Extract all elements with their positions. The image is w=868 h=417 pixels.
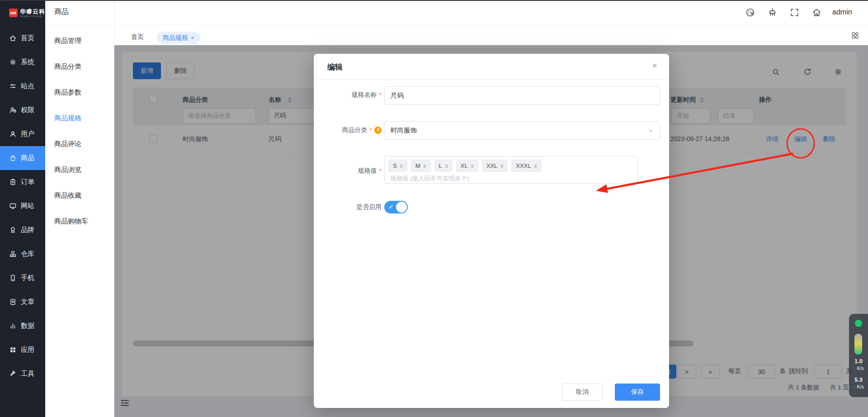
required-asterisk: * — [370, 127, 372, 134]
tag-label: L — [439, 162, 442, 169]
sidebar-item-label: 工具 — [21, 370, 34, 378]
network-speed-widget: 1.0 ↑ K/s 5.3 ↓ K/s — [849, 314, 868, 397]
sidebar-item-权限[interactable]: 权限 — [0, 98, 45, 122]
tag-close-icon[interactable]: x — [534, 163, 537, 169]
submenu-item-商品评论[interactable]: 商品评论 — [45, 131, 114, 157]
tab-home[interactable]: 首页 — [131, 33, 144, 41]
tab-product-spec[interactable]: 商品规格 × — [157, 32, 200, 44]
phone-icon — [9, 274, 17, 282]
current-user[interactable]: admin — [832, 8, 852, 16]
primary-nav: 首页系统站点权限用户商品订单网站品牌仓库手机文章数据应用工具 — [0, 26, 45, 386]
tag-list: SxMxLxXLxXXLxXXXLx — [388, 160, 541, 172]
bar-chart-icon — [9, 322, 17, 330]
tab-options-grid-icon[interactable] — [851, 31, 859, 40]
sidebar-item-label: 应用 — [21, 346, 34, 354]
secondary-nav: 商品管理商品分类商品参数商品规格商品评论商品浏览商品收藏商品购物车 — [45, 28, 114, 234]
spec-values-input[interactable]: SxMxLxXLxXXLxXXXLx 规格值 (输入回车可实现多个) — [384, 156, 638, 184]
tag-label: XXXL — [516, 162, 531, 169]
sidebar-item-用户[interactable]: 用户 — [0, 122, 45, 146]
sidebar-item-品牌[interactable]: 品牌 — [0, 218, 45, 242]
sidebar-item-文章[interactable]: 文章 — [0, 290, 45, 314]
gear-icon — [9, 58, 17, 66]
submenu-item-商品购物车[interactable]: 商品购物车 — [45, 208, 114, 234]
submenu-item-商品规格[interactable]: 商品规格 — [45, 105, 114, 131]
app-grid-icon — [9, 346, 17, 354]
spec-value-tag: Sx — [388, 160, 407, 172]
sidebar-item-手机[interactable]: 手机 — [0, 266, 45, 290]
spec-values-placeholder: 规格值 (输入回车可实现多个) — [390, 175, 469, 183]
document-icon — [9, 298, 17, 306]
sidebar-item-label: 品牌 — [21, 226, 34, 234]
dialog-close-icon[interactable]: × — [652, 61, 657, 71]
divider — [314, 79, 669, 80]
spec-name-input[interactable]: 尺码 — [384, 86, 660, 105]
enabled-label: 是否启用 — [314, 203, 382, 211]
home-icon[interactable] — [811, 7, 822, 18]
submenu-item-商品分类[interactable]: 商品分类 — [45, 54, 114, 80]
submenu-item-商品收藏[interactable]: 商品收藏 — [45, 183, 114, 208]
user-lock-icon — [9, 106, 17, 114]
check-icon: ✓ — [388, 203, 394, 210]
tab-label: 商品规格 — [163, 34, 188, 42]
edit-dialog: 编辑 × 规格名称 * 尺码 商品分类 * ? 时尚服饰 规格值 * SxMxL… — [314, 54, 669, 408]
tag-close-icon[interactable]: x — [471, 163, 474, 169]
home-icon — [9, 34, 17, 42]
submenu-item-商品参数[interactable]: 商品参数 — [45, 80, 114, 105]
spec-name-label: 规格名称 * — [314, 91, 382, 99]
sidebar-item-站点[interactable]: 站点 — [0, 74, 45, 98]
upload-speed: 1.0 — [849, 358, 868, 365]
monitor-icon — [9, 202, 17, 210]
sidebar-item-仓库[interactable]: 仓库 — [0, 242, 45, 266]
sidebar-item-工具[interactable]: 工具 — [0, 362, 45, 386]
chevron-down-icon — [647, 127, 654, 134]
sidebar-item-label: 权限 — [21, 106, 34, 114]
save-button[interactable]: 保存 — [615, 384, 660, 401]
down-arrow-icon: ↓ — [853, 384, 855, 389]
brand-logo[interactable]: HR 华睿云科 HUARUIYUNKE — [0, 0, 45, 26]
sidebar-item-应用[interactable]: 应用 — [0, 338, 45, 362]
required-asterisk: * — [379, 167, 382, 175]
tag-label: M — [415, 162, 420, 169]
brand-logo-icon: HR — [9, 9, 18, 17]
category-select[interactable]: 时尚服饰 — [384, 121, 660, 140]
sidebar-item-订单[interactable]: 订单 — [0, 170, 45, 194]
cancel-button[interactable]: 取消 — [562, 384, 603, 401]
spec-value-tag: XXXLx — [511, 160, 541, 172]
sidebar-item-商品[interactable]: 商品 — [0, 146, 45, 170]
sidebar-item-label: 订单 — [21, 178, 34, 186]
help-icon[interactable]: ? — [374, 127, 382, 134]
sidebar-item-label: 文章 — [21, 298, 34, 306]
sidebar-item-网站[interactable]: 网站 — [0, 194, 45, 218]
divider — [45, 25, 114, 26]
download-unit: ↓ K/s — [849, 384, 868, 389]
wrench-icon — [9, 370, 17, 378]
tab-close-icon[interactable]: × — [191, 34, 194, 41]
sidebar-item-label: 手机 — [21, 274, 34, 282]
secondary-sidebar: 商品 商品管理商品分类商品参数商品规格商品评论商品浏览商品收藏商品购物车 — [45, 0, 114, 417]
submenu-item-商品浏览[interactable]: 商品浏览 — [45, 157, 114, 183]
traffic-gauge — [854, 334, 862, 355]
tag-close-icon[interactable]: x — [400, 163, 403, 169]
sidebar-item-系统[interactable]: 系统 — [0, 50, 45, 74]
sidebar-item-数据[interactable]: 数据 — [0, 314, 45, 338]
sidebar-item-label: 数据 — [21, 322, 34, 330]
sidebar-item-首页[interactable]: 首页 — [0, 26, 45, 50]
sliders-icon — [9, 82, 17, 90]
tag-close-icon[interactable]: x — [424, 163, 426, 169]
clipboard-icon — [9, 178, 17, 186]
spec-value-tag: Mx — [411, 160, 431, 172]
primary-sidebar: HR 华睿云科 HUARUIYUNKE 首页系统站点权限用户商品订单网站品牌仓库… — [0, 0, 45, 417]
tag-close-icon[interactable]: x — [445, 163, 448, 169]
theme-palette-icon[interactable] — [745, 7, 755, 18]
tab-bar: 首页 商品规格 × — [114, 26, 868, 45]
clean-cache-icon[interactable] — [767, 7, 778, 18]
fullscreen-icon[interactable] — [789, 7, 800, 18]
tag-label: S — [393, 162, 397, 169]
shopping-bag-icon — [9, 154, 17, 162]
enabled-toggle[interactable]: ✓ — [384, 201, 408, 213]
tag-label: XXL — [486, 162, 498, 169]
submenu-item-商品管理[interactable]: 商品管理 — [45, 28, 114, 54]
user-icon — [9, 130, 17, 138]
tag-close-icon[interactable]: x — [500, 163, 503, 169]
spec-value-tag: XLx — [456, 160, 478, 172]
